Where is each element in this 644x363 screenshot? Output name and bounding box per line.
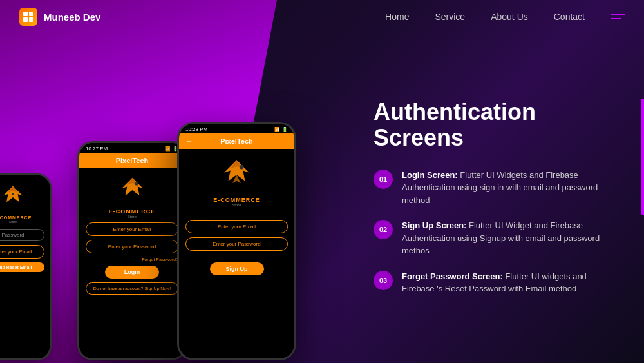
- right-accent-bar: [641, 99, 644, 215]
- phone3-body: E-COMMERCE Store Enter your Email Enter …: [179, 149, 294, 280]
- phone2-status-bar: 10:27 PM 📶 🔋: [79, 143, 185, 153]
- feature-text-2: Sign Up Screen: Flutter UI Widget and Fi…: [402, 219, 618, 257]
- phone3-ecommerce: E-COMMERCE Store: [213, 197, 260, 207]
- section-title: Authentication Screens: [374, 99, 618, 150]
- feature-num-3: 03: [374, 271, 393, 290]
- nav-about[interactable]: About Us: [491, 12, 528, 22]
- svg-rect-0: [23, 12, 28, 16]
- svg-point-9: [135, 182, 138, 186]
- main-content: E-COMMERCE Store Password Enter your Ema…: [0, 34, 644, 360]
- phone2-signup-link[interactable]: Do not have an account? SignUp Now!: [86, 282, 178, 295]
- navbar: Muneeb Dev Home Service About Us Contact: [0, 0, 644, 34]
- feature-item-3: 03 Forget Password Screen: Flutter UI wi…: [374, 270, 618, 295]
- feature-num-1: 01: [374, 170, 393, 189]
- phone-3: 10:28 PM 📶 🔋 ← PixelTech: [177, 122, 296, 360]
- phone3-password-field[interactable]: Enter your Password: [185, 237, 288, 251]
- phone2-email-field[interactable]: Enter your Email: [86, 222, 178, 236]
- phone2-time: 10:27 PM: [86, 146, 108, 152]
- feature-text-1: Login Screen: Flutter UI Widgets and Fir…: [402, 169, 618, 207]
- phone1-label: Password: [1, 232, 24, 238]
- phone2-header: PixelTech: [79, 153, 185, 168]
- phone-2: 10:27 PM 📶 🔋 PixelTech: [77, 141, 187, 360]
- feature-item-2: 02 Sign Up Screen: Flutter UI Widget and…: [374, 219, 618, 257]
- phones-section: E-COMMERCE Store Password Enter your Ema…: [0, 34, 348, 360]
- logo-icon: [19, 8, 37, 26]
- phone3-time: 10:28 PM: [185, 126, 207, 132]
- right-section: Authentication Screens 01 Login Screen: …: [348, 34, 644, 360]
- svg-rect-1: [29, 12, 33, 16]
- svg-point-6: [12, 193, 14, 195]
- feature-text-3: Forget Password Screen: Flutter UI widge…: [402, 270, 618, 295]
- phone3-title: PixelTech: [220, 137, 253, 145]
- phone-1: E-COMMERCE Store Password Enter your Ema…: [0, 173, 52, 360]
- logo-text: Muneeb Dev: [44, 12, 100, 23]
- nav-contact[interactable]: Contact: [554, 12, 585, 22]
- phone2-title: PixelTech: [116, 157, 149, 164]
- logo: Muneeb Dev: [19, 8, 100, 26]
- phone2-password-field[interactable]: Enter your Password: [86, 240, 178, 253]
- back-arrow-icon[interactable]: ←: [185, 137, 193, 146]
- phone3-signup-btn[interactable]: Sign Up: [210, 262, 264, 275]
- svg-rect-2: [23, 17, 28, 22]
- phone2-body: E-COMMERCE Store Enter your Email Enter …: [79, 168, 185, 300]
- nav-home[interactable]: Home: [385, 12, 409, 22]
- hamburger-menu[interactable]: [611, 14, 625, 19]
- phone2-forgot[interactable]: Forgot Password?: [86, 257, 178, 262]
- phone3-email-field[interactable]: Enter your Email: [185, 220, 288, 233]
- feature-list: 01 Login Screen: Flutter UI Widgets and …: [374, 169, 618, 295]
- phone3-status-bar: 10:28 PM 📶 🔋: [179, 124, 294, 133]
- feature-item-1: 01 Login Screen: Flutter UI Widgets and …: [374, 169, 618, 207]
- phone2-login-btn[interactable]: Login: [105, 266, 160, 279]
- nav-links: Home Service About Us Contact: [385, 12, 625, 22]
- phone1-email: Enter your Email: [0, 245, 44, 259]
- phone3-status-icons: 📶 🔋: [274, 127, 288, 132]
- feature-num-2: 02: [374, 220, 393, 239]
- phone3-header: ← PixelTech: [179, 133, 294, 149]
- svg-rect-3: [29, 17, 33, 22]
- phone2-ecommerce: E-COMMERCE Store: [109, 208, 156, 219]
- nav-service[interactable]: Service: [435, 12, 465, 22]
- phone1-reset-btn[interactable]: Send Reset Email: [0, 262, 44, 272]
- svg-point-13: [240, 165, 244, 170]
- phone2-status-icons: 📶 🔋: [165, 146, 178, 152]
